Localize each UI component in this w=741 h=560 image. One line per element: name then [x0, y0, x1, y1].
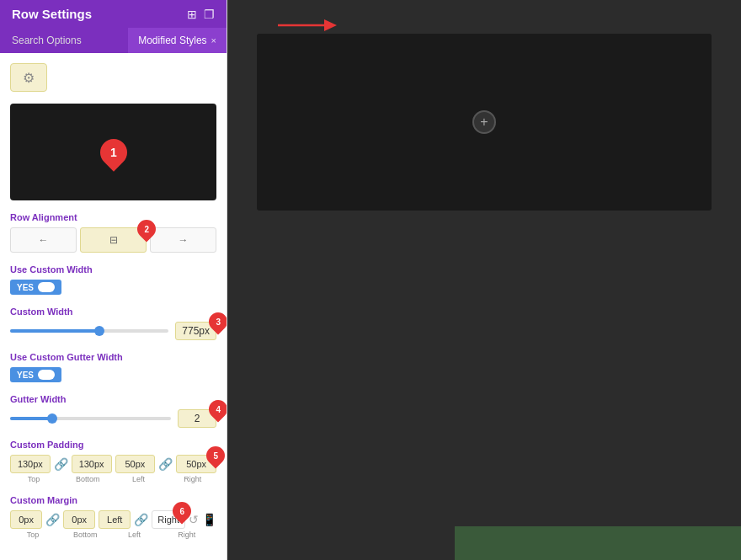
step-badge-6-num: 6 — [179, 507, 184, 516]
use-custom-gutter-section: Use Custom Gutter Width YES — [10, 352, 216, 382]
yes-label: YES — [17, 283, 34, 292]
custom-width-toggle-row: YES — [10, 280, 216, 295]
padding-link-lr-icon[interactable]: 🔗 — [158, 457, 173, 471]
preview-area: 1 — [10, 104, 216, 200]
custom-margin-section: Custom Margin 0px 🔗 0px Left 🔗 Right ↺ 📱… — [10, 495, 216, 539]
gutter-width-section: Gutter Width 2 4 — [10, 394, 216, 428]
custom-padding-label: Custom Padding — [10, 440, 216, 450]
svg-marker-1 — [324, 19, 337, 31]
gutter-yes-label: YES — [17, 371, 34, 380]
custom-width-section: Custom Width 775px 3 — [10, 307, 216, 340]
custom-width-thumb[interactable] — [94, 326, 104, 336]
margin-labels: Top Bottom Left Right — [10, 531, 216, 539]
use-custom-width-label: Use Custom Width — [10, 264, 216, 275]
left-panel: Row Settings ⊞ ❐ Search Options Modified… — [0, 0, 227, 560]
close-icon[interactable]: × — [211, 35, 216, 45]
custom-width-toggle[interactable]: YES — [10, 280, 61, 295]
margin-right-label: Right — [164, 531, 210, 539]
gear-button[interactable]: ⚙ — [10, 63, 47, 92]
panel-body: ⚙ 1 Row Alignment ← ⊟ 2 → — [0, 53, 227, 549]
padding-inputs: 130px 🔗 130px 50px 🔗 50px — [10, 455, 216, 473]
row-alignment-section: Row Alignment ← ⊟ 2 → — [10, 212, 216, 253]
gear-icon: ⚙ — [23, 70, 35, 86]
custom-width-value: 775px 3 — [175, 322, 216, 340]
toggle-knob — [38, 282, 55, 292]
margin-link-tb-icon[interactable]: 🔗 — [45, 513, 60, 526]
custom-gutter-toggle-row: YES — [10, 367, 216, 382]
step-badge-2-num: 2 — [144, 225, 149, 234]
step-badge-1-num: 1 — [110, 146, 117, 159]
padding-left-input[interactable]: 50px — [115, 455, 156, 473]
padding-top-label: Top — [10, 475, 57, 483]
gutter-width-value: 2 4 — [178, 409, 216, 428]
gutter-width-label: Gutter Width — [10, 394, 216, 404]
gutter-width-thumb[interactable] — [47, 413, 57, 424]
padding-labels: Top Bottom Left Right — [10, 475, 216, 483]
align-center-btn[interactable]: ⊟ 2 — [80, 227, 147, 253]
panel-title: Row Settings — [12, 7, 92, 21]
step-badge-5-num: 5 — [213, 451, 218, 461]
step-badge-1: 1 — [94, 133, 132, 171]
padding-top-input[interactable]: 130px — [10, 455, 51, 473]
use-custom-width-section: Use Custom Width YES — [10, 264, 216, 295]
alignment-options: ← ⊟ 2 → — [10, 227, 216, 253]
margin-bottom-input[interactable]: 0px — [63, 510, 95, 529]
custom-width-fill — [10, 329, 98, 333]
custom-gutter-toggle[interactable]: YES — [10, 367, 61, 382]
use-custom-gutter-label: Use Custom Gutter Width — [10, 352, 216, 362]
margin-left-input[interactable]: Left — [99, 510, 131, 529]
bottom-dark-bar — [455, 526, 741, 560]
search-options-label[interactable]: Search Options — [0, 28, 128, 53]
custom-width-label: Custom Width — [10, 307, 216, 317]
margin-link-lr-icon[interactable]: 🔗 — [134, 513, 148, 526]
custom-padding-section: Custom Padding 130px 🔗 130px 50px 🔗 50px… — [10, 440, 216, 483]
canvas-black-area: + — [257, 34, 712, 211]
padding-bottom-input[interactable]: 130px — [72, 455, 112, 473]
gutter-width-fill — [10, 417, 51, 420]
margin-mobile-icon[interactable]: 📱 — [202, 513, 216, 526]
custom-width-track[interactable] — [10, 329, 168, 333]
align-left-btn[interactable]: ← — [10, 227, 77, 253]
margin-bottom-label: Bottom — [62, 531, 108, 539]
margin-top-input[interactable]: 0px — [10, 510, 42, 529]
margin-top-label: Top — [10, 531, 56, 539]
header-icons: ⊞ ❐ — [187, 8, 215, 21]
gutter-width-slider-row: 2 4 — [10, 409, 216, 428]
right-canvas: + — [227, 0, 741, 560]
padding-link-tb-icon[interactable]: 🔗 — [54, 457, 68, 471]
step-badge-3-num: 3 — [216, 317, 221, 327]
modified-styles-label: Modified Styles — [138, 35, 206, 46]
grid-icon[interactable]: ⊞ — [187, 8, 197, 21]
step-badge-4-num: 4 — [216, 405, 221, 414]
row-alignment-label: Row Alignment — [10, 212, 216, 222]
copy-icon[interactable]: ❐ — [204, 8, 215, 21]
gutter-toggle-knob — [38, 370, 55, 380]
panel-header: Row Settings ⊞ ❐ — [0, 0, 227, 28]
padding-left-label: Left — [115, 475, 163, 483]
modified-styles-tab[interactable]: Modified Styles × — [128, 28, 227, 53]
custom-width-slider-row: 775px 3 — [10, 322, 216, 340]
search-bar: Search Options Modified Styles × — [0, 28, 227, 53]
canvas-add-button[interactable]: + — [472, 110, 496, 134]
padding-right-label: Right — [169, 475, 216, 483]
align-right-btn[interactable]: → — [150, 227, 216, 253]
margin-left-label: Left — [112, 531, 157, 539]
gutter-width-track[interactable] — [10, 417, 171, 420]
padding-bottom-label: Bottom — [64, 475, 111, 483]
